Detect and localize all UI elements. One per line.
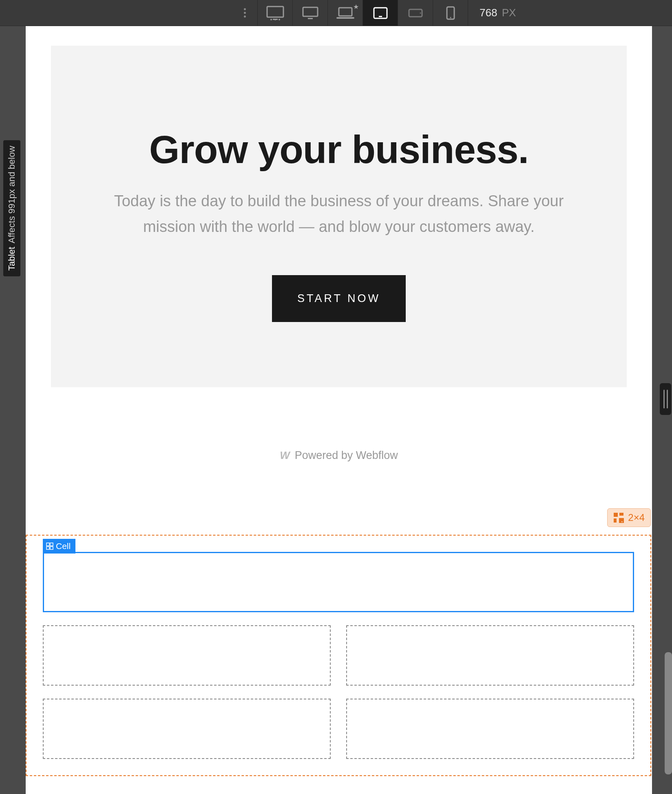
svg-rect-8 bbox=[336, 17, 354, 19]
powered-by-footer[interactable]: W Powered by Webflow bbox=[26, 449, 652, 462]
breakpoint-mobile-portrait[interactable] bbox=[433, 0, 468, 26]
svg-rect-16 bbox=[619, 513, 623, 516]
desktop-icon bbox=[302, 7, 318, 20]
more-options-icon[interactable] bbox=[237, 8, 253, 18]
webflow-logo-icon: W bbox=[280, 449, 289, 462]
hero-subtitle[interactable]: Today is the day to build the business o… bbox=[98, 188, 579, 239]
start-now-button[interactable]: START NOW bbox=[272, 275, 406, 322]
footer-text: Powered by Webflow bbox=[295, 449, 398, 462]
mobile-portrait-icon bbox=[446, 6, 455, 20]
svg-rect-20 bbox=[46, 547, 49, 549]
hero-title[interactable]: Grow your business. bbox=[88, 127, 590, 172]
svg-rect-6 bbox=[308, 18, 313, 19]
svg-point-4 bbox=[279, 19, 280, 20]
hero-section[interactable]: Grow your business. Today is the day to … bbox=[51, 46, 627, 387]
svg-point-3 bbox=[274, 19, 276, 20]
svg-rect-17 bbox=[614, 518, 617, 523]
width-value: 768 bbox=[480, 7, 497, 19]
canvas-resize-handle[interactable] bbox=[660, 383, 671, 415]
cell-icon bbox=[46, 543, 53, 550]
grid-cell-selected[interactable]: Cell bbox=[43, 552, 634, 612]
indicator-secondary: Affects 991px and below bbox=[7, 146, 17, 243]
indicator-primary: Tablet bbox=[7, 247, 17, 271]
grid-dimensions-text: 2×4 bbox=[628, 512, 645, 523]
cell-selection-label[interactable]: Cell bbox=[43, 539, 75, 554]
svg-rect-21 bbox=[50, 547, 53, 549]
breakpoint-desktop[interactable] bbox=[293, 0, 328, 26]
grid-dimensions-badge[interactable]: 2×4 bbox=[607, 508, 651, 527]
grid-cell[interactable] bbox=[43, 625, 331, 686]
mobile-landscape-icon bbox=[408, 9, 423, 18]
grid-container[interactable]: Cell bbox=[26, 535, 651, 776]
width-unit: PX bbox=[502, 7, 516, 19]
desktop-large-icon bbox=[266, 6, 284, 20]
grid-cell[interactable] bbox=[346, 625, 634, 686]
svg-rect-10 bbox=[379, 16, 382, 17]
breakpoint-toolbar: ★ 768 PX bbox=[0, 0, 672, 26]
cell-label-text: Cell bbox=[56, 541, 71, 551]
laptop-icon: ★ bbox=[336, 7, 354, 19]
grid-cell[interactable] bbox=[43, 699, 331, 759]
svg-rect-15 bbox=[614, 513, 618, 517]
breakpoint-indicator-pill: Tablet Affects 991px and below bbox=[3, 140, 20, 276]
svg-point-12 bbox=[420, 12, 421, 13]
breakpoint-buttons: ★ bbox=[257, 0, 468, 26]
breakpoint-tablet[interactable] bbox=[363, 0, 398, 26]
tablet-icon bbox=[373, 7, 388, 19]
scrollbar-thumb[interactable] bbox=[665, 652, 672, 774]
svg-rect-7 bbox=[339, 8, 352, 16]
breakpoint-desktop-large[interactable] bbox=[258, 0, 293, 26]
svg-rect-5 bbox=[303, 7, 318, 16]
grid-cell[interactable] bbox=[346, 699, 634, 759]
svg-point-14 bbox=[450, 17, 451, 18]
svg-rect-0 bbox=[267, 7, 283, 17]
breakpoint-mobile-landscape[interactable] bbox=[398, 0, 433, 26]
svg-rect-19 bbox=[50, 543, 53, 546]
breakpoint-laptop[interactable]: ★ bbox=[328, 0, 363, 26]
svg-rect-18 bbox=[46, 543, 49, 546]
grid-icon bbox=[613, 512, 624, 523]
canvas-width-display[interactable]: 768 PX bbox=[468, 7, 516, 19]
svg-point-2 bbox=[270, 19, 272, 20]
